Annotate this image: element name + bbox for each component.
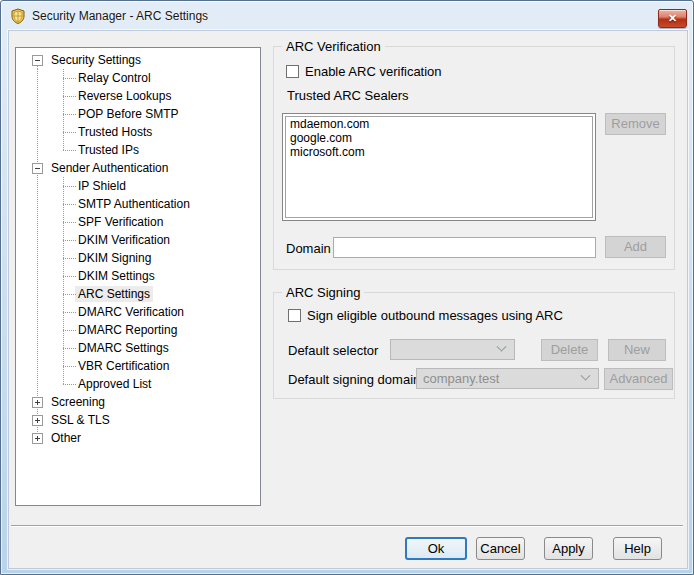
tree-item-label: DMARC Reporting: [75, 322, 180, 338]
tree-item-label: ARC Settings: [75, 286, 153, 302]
tree-item-ip-shield[interactable]: IP Shield: [16, 177, 260, 195]
minus-expander-icon[interactable]: [32, 55, 43, 66]
security-manager-window: Security Manager - ARC Settings ✕ Securi…: [0, 0, 694, 575]
list-item[interactable]: microsoft.com: [286, 146, 592, 160]
tree-item-label: Reverse Lookups: [75, 88, 174, 104]
apply-button[interactable]: Apply: [544, 537, 593, 560]
trusted-arc-sealers-label: Trusted ARC Sealers: [287, 88, 409, 103]
group-arc-signing: ARC Signing Sign eligible outbound messa…: [273, 292, 675, 399]
default-signing-domain-label: Default signing domain: [288, 372, 420, 387]
tree-item-ssl-tls[interactable]: SSL & TLS: [16, 411, 260, 429]
tree-item-approved-list[interactable]: Approved List: [16, 375, 260, 393]
tree-item-label: Security Settings: [48, 52, 144, 68]
tree-item-label: SMTP Authentication: [75, 196, 193, 212]
tree-item-vbr-certification[interactable]: VBR Certification: [16, 357, 260, 375]
tree-item-dkim-settings[interactable]: DKIM Settings: [16, 267, 260, 285]
remove-button[interactable]: Remove: [605, 113, 666, 135]
ok-button[interactable]: Ok: [405, 537, 467, 560]
enable-arc-verification-label: Enable ARC verification: [305, 64, 442, 79]
tree-item-label: Approved List: [75, 376, 154, 392]
tree-item-pop-before-smtp[interactable]: POP Before SMTP: [16, 105, 260, 123]
tree-item-label: DMARC Settings: [75, 340, 172, 356]
list-item[interactable]: mdaemon.com: [286, 118, 592, 132]
tree-item-label: Trusted IPs: [75, 142, 142, 158]
footer-separator: [11, 525, 683, 527]
tree-item-label: Trusted Hosts: [75, 124, 155, 140]
tree-item-smtp-authentication[interactable]: SMTP Authentication: [16, 195, 260, 213]
tree-item-relay-control[interactable]: Relay Control: [16, 69, 260, 87]
tree-item-label: IP Shield: [75, 178, 129, 194]
help-button[interactable]: Help: [613, 537, 662, 560]
tree-item-arc-settings[interactable]: ARC Settings: [16, 285, 260, 303]
delete-button[interactable]: Delete: [541, 339, 598, 361]
cancel-button[interactable]: Cancel: [476, 537, 525, 560]
close-button[interactable]: ✕: [658, 9, 687, 28]
close-icon: ✕: [668, 13, 677, 24]
new-button[interactable]: New: [608, 339, 666, 361]
tree-item-reverse-lookups[interactable]: Reverse Lookups: [16, 87, 260, 105]
tree-item-label: SPF Verification: [75, 214, 166, 230]
default-selector-label: Default selector: [288, 343, 378, 358]
tree-item-label: Screening: [48, 394, 108, 410]
trusted-arc-sealers-list[interactable]: mdaemon.comgoogle.commicrosoft.com: [285, 116, 593, 218]
plus-expander-icon[interactable]: [32, 415, 43, 426]
tree-item-security-settings[interactable]: Security Settings: [16, 51, 260, 69]
tree-item-other[interactable]: Other: [16, 429, 260, 447]
chevron-down-icon: [497, 342, 507, 352]
dialog-client-area: Security SettingsRelay ControlReverse Lo…: [8, 30, 688, 569]
window-title: Security Manager - ARC Settings: [32, 9, 208, 23]
advanced-button[interactable]: Advanced: [604, 368, 673, 390]
tree-item-trusted-ips[interactable]: Trusted IPs: [16, 141, 260, 159]
tree-item-label: Sender Authentication: [48, 160, 171, 176]
tree-item-label: DKIM Settings: [75, 268, 158, 284]
tree-item-dkim-signing[interactable]: DKIM Signing: [16, 249, 260, 267]
tree-item-screening[interactable]: Screening: [16, 393, 260, 411]
group-arc-verification: ARC Verification Enable ARC verification…: [273, 46, 675, 270]
tree-item-label: DMARC Verification: [75, 304, 187, 320]
plus-expander-icon[interactable]: [32, 397, 43, 408]
titlebar: Security Manager - ARC Settings: [1, 1, 693, 31]
plus-expander-icon[interactable]: [32, 433, 43, 444]
tree-item-label: VBR Certification: [75, 358, 172, 374]
default-selector-combobox[interactable]: [390, 339, 515, 360]
sign-outbound-arc-checkbox[interactable]: [288, 309, 301, 322]
domain-label: Domain: [286, 241, 331, 256]
trusted-arc-sealers-listbox[interactable]: mdaemon.comgoogle.commicrosoft.com: [282, 113, 596, 221]
tree-item-label: DKIM Signing: [75, 250, 154, 266]
tree-item-label: Other: [48, 430, 84, 446]
minus-expander-icon[interactable]: [32, 163, 43, 174]
sign-outbound-arc-label: Sign eligible outbound messages using AR…: [307, 308, 563, 323]
tree-item-label: SSL & TLS: [48, 412, 113, 428]
tree-item-dmarc-settings[interactable]: DMARC Settings: [16, 339, 260, 357]
tree-item-dmarc-reporting[interactable]: DMARC Reporting: [16, 321, 260, 339]
security-shield-icon: [10, 8, 26, 24]
tree-item-dkim-verification[interactable]: DKIM Verification: [16, 231, 260, 249]
enable-arc-verification-checkbox[interactable]: [286, 65, 299, 78]
tree-item-dmarc-verification[interactable]: DMARC Verification: [16, 303, 260, 321]
default-signing-domain-combobox[interactable]: company.test: [416, 368, 599, 389]
add-button[interactable]: Add: [605, 236, 666, 258]
tree-item-spf-verification[interactable]: SPF Verification: [16, 213, 260, 231]
group-arc-signing-title: ARC Signing: [282, 285, 364, 300]
list-item[interactable]: google.com: [286, 132, 592, 146]
tree-item-label: POP Before SMTP: [75, 106, 181, 122]
settings-tree[interactable]: Security SettingsRelay ControlReverse Lo…: [15, 47, 261, 506]
chevron-down-icon: [581, 371, 591, 381]
tree-item-label: DKIM Verification: [75, 232, 173, 248]
domain-input[interactable]: [333, 237, 596, 258]
tree-item-trusted-hosts[interactable]: Trusted Hosts: [16, 123, 260, 141]
tree-item-sender-authentication[interactable]: Sender Authentication: [16, 159, 260, 177]
group-arc-verification-title: ARC Verification: [282, 39, 385, 54]
tree-item-label: Relay Control: [75, 70, 154, 86]
default-signing-domain-value: company.test: [417, 371, 582, 386]
